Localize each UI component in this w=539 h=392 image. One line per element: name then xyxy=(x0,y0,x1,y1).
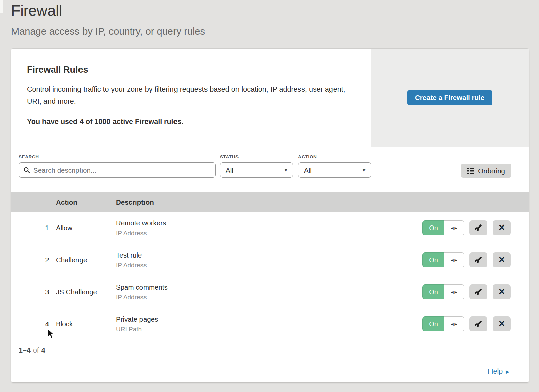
wrench-icon xyxy=(475,288,482,296)
arrow-right-icon: ▶ xyxy=(455,226,457,230)
rule-priority: 1 xyxy=(40,224,55,232)
arrow-right-icon: ▶ xyxy=(455,290,457,294)
rule-description: Spam comments xyxy=(116,283,168,291)
toggle-arrows-segment[interactable]: ◀▶ xyxy=(444,284,464,299)
filter-bar: SEARCH STATUS All ▼ ACTION All ▼ xyxy=(11,147,529,192)
search-icon xyxy=(24,167,30,173)
rule-controls: On ◀▶ × xyxy=(422,284,511,299)
arrow-left-icon: ◀ xyxy=(451,322,453,326)
status-select-value: All xyxy=(226,166,233,174)
arrow-left-icon: ◀ xyxy=(451,226,453,230)
page-title: Firewall xyxy=(11,2,62,20)
delete-rule-button[interactable]: × xyxy=(493,252,511,267)
pagination: 1–4 of 4 xyxy=(11,340,529,361)
table-row: 3 JS Challenge Spam comments IP Address … xyxy=(11,276,529,308)
rule-description: Test rule xyxy=(116,251,147,259)
table-row: 4 Block Private pages URI Path On ◀▶ × xyxy=(11,308,529,340)
page-subtitle: Manage access by IP, country, or query r… xyxy=(11,26,205,37)
create-rule-panel: Create a Firewall rule xyxy=(371,49,529,147)
ordering-button[interactable]: Ordering xyxy=(461,164,511,178)
rule-priority: 4 xyxy=(40,320,55,328)
rule-description-cell: Spam comments IP Address xyxy=(116,283,168,301)
rule-action: Challenge xyxy=(56,256,87,264)
rule-action: Allow xyxy=(56,224,72,232)
toggle-arrows-segment[interactable]: ◀▶ xyxy=(444,220,464,235)
firewall-rules-table: Action Description 1 Allow Remote worker… xyxy=(11,192,529,340)
table-row: 1 Allow Remote workers IP Address On ◀▶ … xyxy=(11,212,529,244)
action-label: ACTION xyxy=(298,154,371,159)
firewall-rules-description: Control incoming traffic to your zone by… xyxy=(27,83,345,108)
rule-priority: 2 xyxy=(40,256,55,264)
rule-priority: 3 xyxy=(40,288,55,296)
rule-description: Private pages xyxy=(116,315,158,323)
chevron-down-icon: ▼ xyxy=(284,168,288,173)
search-input[interactable] xyxy=(33,166,211,174)
list-ordering-icon xyxy=(467,168,474,174)
rule-controls: On ◀▶ × xyxy=(422,252,511,267)
pagination-total: 4 xyxy=(41,346,45,355)
firewall-rules-section: Firewall Rules Control incoming traffic … xyxy=(11,49,529,147)
table-header: Action Description xyxy=(11,192,529,212)
action-filter-group: ACTION All ▼ xyxy=(298,154,371,178)
rule-enabled-toggle[interactable]: On ◀▶ xyxy=(422,220,464,235)
edit-rule-button[interactable] xyxy=(469,252,487,267)
rule-enabled-toggle[interactable]: On ◀▶ xyxy=(422,316,464,331)
action-select[interactable]: All ▼ xyxy=(298,162,371,178)
toggle-on-label[interactable]: On xyxy=(422,252,444,267)
status-filter-group: STATUS All ▼ xyxy=(220,154,293,178)
rule-enabled-toggle[interactable]: On ◀▶ xyxy=(422,284,464,299)
window-edge-artifact xyxy=(0,0,3,13)
close-icon: × xyxy=(499,254,505,265)
rule-enabled-toggle[interactable]: On ◀▶ xyxy=(422,252,464,267)
help-link-label: Help xyxy=(488,367,503,376)
rule-description-cell: Remote workers IP Address xyxy=(116,219,166,237)
search-label: SEARCH xyxy=(19,154,216,159)
close-icon: × xyxy=(499,286,505,297)
close-icon: × xyxy=(499,222,505,233)
rule-controls: On ◀▶ × xyxy=(422,220,511,235)
search-filter-group: SEARCH xyxy=(19,154,216,178)
delete-rule-button[interactable]: × xyxy=(493,316,511,331)
ordering-button-label: Ordering xyxy=(478,167,505,175)
status-label: STATUS xyxy=(220,154,293,159)
pagination-range: 1–4 xyxy=(19,346,31,355)
delete-rule-button[interactable]: × xyxy=(493,220,511,235)
firewall-card: Firewall Rules Control incoming traffic … xyxy=(11,49,529,382)
table-row: 2 Challenge Test rule IP Address On ◀▶ × xyxy=(11,244,529,276)
help-link[interactable]: Help ▶ xyxy=(488,367,509,376)
search-input-container[interactable] xyxy=(19,162,216,178)
column-header-action: Action xyxy=(56,198,77,206)
arrow-left-icon: ◀ xyxy=(451,290,453,294)
rule-field: URI Path xyxy=(116,326,158,333)
toggle-on-label[interactable]: On xyxy=(422,284,444,299)
toggle-on-label[interactable]: On xyxy=(422,316,444,331)
rule-field: IP Address xyxy=(116,230,166,237)
status-select[interactable]: All ▼ xyxy=(220,162,293,178)
arrow-right-icon: ▶ xyxy=(455,322,457,326)
create-firewall-rule-button[interactable]: Create a Firewall rule xyxy=(407,90,492,105)
wrench-icon xyxy=(475,320,482,328)
rule-description-cell: Private pages URI Path xyxy=(116,315,158,333)
wrench-icon xyxy=(475,256,482,264)
edit-rule-button[interactable] xyxy=(469,316,487,331)
rule-action: JS Challenge xyxy=(56,288,97,296)
toggle-arrows-segment[interactable]: ◀▶ xyxy=(444,316,464,331)
rule-controls: On ◀▶ × xyxy=(422,316,511,331)
firewall-rules-usage: You have used 4 of 1000 active Firewall … xyxy=(27,118,347,126)
rule-field: IP Address xyxy=(116,294,168,301)
column-header-description: Description xyxy=(116,198,154,206)
card-footer: Help ▶ xyxy=(11,361,529,382)
rule-field: IP Address xyxy=(116,262,147,269)
chevron-down-icon: ▼ xyxy=(362,168,366,173)
edit-rule-button[interactable] xyxy=(469,220,487,235)
arrow-right-icon: ▶ xyxy=(455,258,457,262)
delete-rule-button[interactable]: × xyxy=(493,284,511,299)
firewall-rules-info: Firewall Rules Control incoming traffic … xyxy=(27,65,347,126)
edit-rule-button[interactable] xyxy=(469,284,487,299)
close-icon: × xyxy=(499,318,505,329)
action-select-value: All xyxy=(304,166,312,174)
firewall-rules-heading: Firewall Rules xyxy=(27,65,347,75)
toggle-on-label[interactable]: On xyxy=(422,220,444,235)
toggle-arrows-segment[interactable]: ◀▶ xyxy=(444,252,464,267)
rule-description: Remote workers xyxy=(116,219,166,227)
